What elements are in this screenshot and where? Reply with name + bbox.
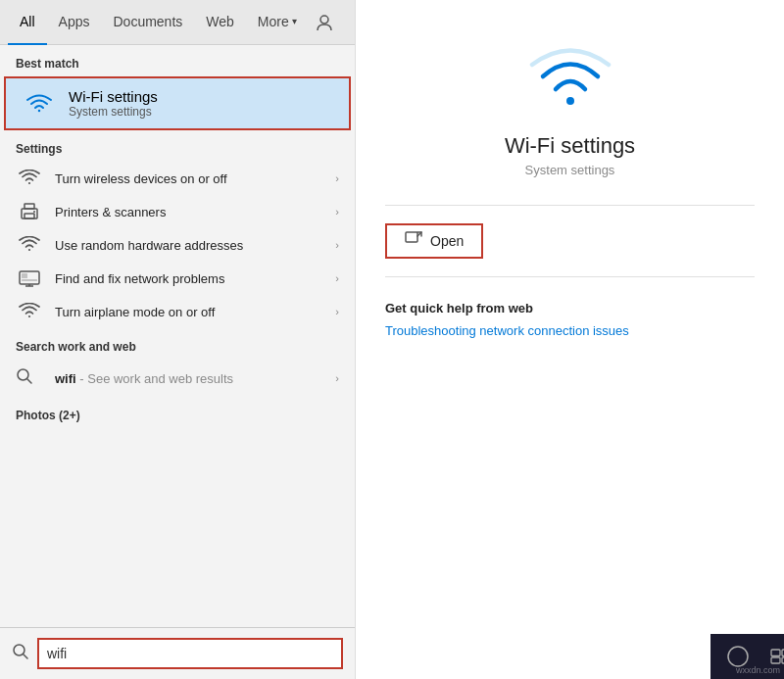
- settings-section-label: Settings: [0, 130, 355, 162]
- right-panel: Wi-Fi settings System settings Open Get …: [355, 0, 784, 679]
- photos-section-label: Photos (2+): [0, 397, 355, 428]
- settings-item-airplane[interactable]: Turn airplane mode on or off ›: [0, 295, 355, 328]
- wireless-icon: [16, 170, 43, 187]
- printers-label: Printers & scanners: [55, 205, 323, 219]
- best-match-text: Wi-Fi settings System settings: [69, 88, 158, 119]
- svg-point-11: [18, 369, 28, 380]
- open-label: Open: [430, 233, 464, 249]
- right-panel-subtitle: System settings: [385, 163, 755, 177]
- chevron-icon-2: ›: [335, 206, 339, 218]
- svg-rect-6: [24, 214, 34, 218]
- right-content: Wi-Fi settings System settings Open Get …: [356, 0, 784, 679]
- chevron-icon-3: ›: [335, 239, 339, 251]
- person-icon: [316, 14, 333, 31]
- svg-point-15: [728, 647, 748, 666]
- svg-rect-10: [22, 279, 37, 281]
- divider-2: [385, 276, 755, 277]
- svg-rect-14: [406, 232, 417, 242]
- settings-item-random-hw[interactable]: Use random hardware addresses ›: [0, 228, 355, 262]
- airplane-label: Turn airplane mode on or off: [55, 305, 323, 319]
- wifi-icon-large: [385, 39, 755, 118]
- network-problems-icon: [16, 269, 43, 287]
- search-icon-bottom: [12, 643, 29, 664]
- airplane-icon: [16, 303, 43, 320]
- network-problems-label: Find and fix network problems: [55, 271, 323, 286]
- chevron-icon-5: ›: [335, 306, 339, 317]
- chevron-icon-4: ›: [335, 272, 339, 284]
- web-section-label: Search work and web: [0, 328, 355, 360]
- printer-icon: [16, 203, 43, 220]
- wifi-svg-large: [526, 44, 614, 113]
- quick-help-label: Get quick help from web: [385, 301, 533, 315]
- random-hw-label: Use random hardware addresses: [55, 238, 323, 253]
- svg-rect-5: [24, 204, 34, 209]
- svg-rect-9: [22, 273, 27, 278]
- chevron-icon-web: ›: [335, 372, 339, 384]
- best-match-item[interactable]: Wi-Fi settings System settings: [4, 76, 351, 130]
- svg-rect-18: [771, 657, 780, 663]
- svg-point-13: [566, 97, 574, 105]
- svg-point-7: [33, 211, 35, 213]
- wireless-label: Turn wireless devices on or off: [55, 171, 323, 186]
- settings-item-printers[interactable]: Printers & scanners ›: [0, 195, 355, 228]
- open-btn-container: Open: [385, 223, 483, 259]
- svg-point-0: [320, 16, 328, 24]
- right-panel-title: Wi-Fi settings: [385, 133, 755, 159]
- random-hw-icon: [16, 236, 43, 254]
- best-match-subtitle: System settings: [69, 105, 158, 119]
- divider-1: [385, 205, 755, 206]
- best-match-title: Wi-Fi settings: [69, 88, 158, 105]
- settings-item-wireless[interactable]: Turn wireless devices on or off ›: [0, 162, 355, 195]
- web-search-label: wifi - See work and web results: [55, 371, 233, 386]
- tab-documents[interactable]: Documents: [101, 0, 194, 45]
- tab-web[interactable]: Web: [194, 0, 246, 45]
- person-icon-button[interactable]: [309, 7, 340, 38]
- svg-point-12: [14, 645, 24, 655]
- results-area: Best match Wi-Fi settings System setting…: [0, 45, 355, 627]
- wifi-icon-best-match: [22, 93, 57, 115]
- chevron-icon: ›: [335, 172, 339, 184]
- quick-help-link[interactable]: Troubleshooting network connection issue…: [385, 323, 629, 338]
- search-box-container: [0, 627, 355, 679]
- search-panel: All Apps Documents Web More ▾: [0, 0, 355, 679]
- open-icon: [405, 231, 422, 251]
- tab-apps[interactable]: Apps: [47, 0, 102, 45]
- best-match-label: Best match: [0, 45, 355, 76]
- settings-item-network-problems[interactable]: Find and fix network problems ›: [0, 262, 355, 295]
- search-icon-web: [16, 367, 43, 389]
- tab-more[interactable]: More ▾: [246, 0, 309, 45]
- svg-rect-16: [771, 650, 780, 656]
- web-search-item[interactable]: wifi - See work and web results ›: [0, 360, 355, 397]
- tab-all[interactable]: All: [8, 0, 47, 45]
- search-input[interactable]: [37, 638, 343, 669]
- watermark: wxxdn.com: [736, 665, 780, 675]
- tab-bar: All Apps Documents Web More ▾: [0, 0, 355, 45]
- open-button[interactable]: Open: [385, 223, 483, 259]
